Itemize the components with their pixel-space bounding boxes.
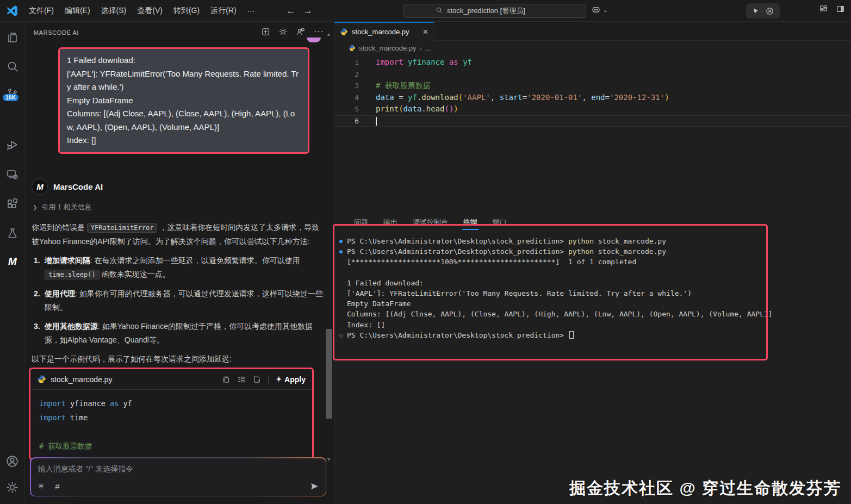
run-debug-icon[interactable] [0, 134, 24, 155]
nav-forward-icon[interactable]: → [303, 5, 313, 16]
chat-input-placeholder: 输入消息或者 "/" 来选择指令 [38, 464, 319, 474]
sidebar-scrollbar[interactable]: ▲ ▼ [324, 22, 334, 504]
output-line: Columns: [(Adj Close, AAPL), (Close, AAP… [67, 107, 301, 134]
list-item: 2.使用代理: 如果你有可用的代理服务器，可以通过代理发送请求，这样可以绕过一些… [34, 287, 325, 314]
panel-tab-2[interactable]: 输出 [376, 213, 405, 232]
menu-item[interactable]: 查看(V) [132, 3, 168, 18]
menu-item[interactable]: 编辑(E) [59, 3, 96, 18]
panel-layout-icon[interactable] [836, 4, 845, 14]
terminal-line: Columns: [(Adj Close, AAPL), (Close, AAP… [334, 309, 851, 319]
panel-tab-3[interactable]: 调试控制台 [405, 213, 456, 232]
nav-back-icon[interactable]: ← [287, 5, 296, 16]
list-item: 1.增加请求间隔: 在每次请求之间添加一些延迟，以避免频繁请求。你可以使用 ti… [34, 254, 325, 282]
chat-output-block: 1 Failed download:['AAPL']: YFRateLimitE… [58, 47, 309, 154]
settings-gear-icon[interactable] [0, 476, 24, 498]
panel-tab-4[interactable]: 终端 [456, 213, 485, 232]
panel-tab-1[interactable]: 问题 [346, 213, 376, 232]
apply-button[interactable]: ✦ Apply [276, 375, 306, 384]
terminal-bullet-icon: ● [339, 246, 343, 257]
scroll-up-icon[interactable]: ▲ [326, 32, 331, 37]
account-icon[interactable] [0, 450, 24, 472]
python-icon [340, 28, 348, 36]
breadcrumb[interactable]: stock_marcode.py › ... [334, 41, 431, 55]
send-icon[interactable] [310, 482, 319, 491]
layout-grid-icon[interactable] [819, 4, 828, 14]
menu-item[interactable]: 运行(R) [205, 3, 241, 18]
remote-explorer-icon[interactable] [0, 164, 24, 185]
scroll-down-icon[interactable]: ▼ [326, 457, 331, 462]
command-center-search[interactable]: stock_prediction [管理员] [403, 4, 586, 18]
output-line: 1 Failed download: [67, 54, 301, 67]
copy-icon[interactable] [222, 375, 230, 383]
code-line[interactable]: 2 [334, 69, 851, 80]
panel-tab-5[interactable]: 端口 [485, 213, 514, 232]
assistant-message: M MarsCode AI ❯ 引用 1 相关信息 你遇到的错误是 YFRate… [32, 178, 325, 364]
code-line[interactable]: 1import yfinance as yf [334, 57, 851, 69]
stop-circle-icon[interactable] [765, 7, 774, 16]
panel-tab-bar: 问题输出调试控制台终端端口 [334, 213, 514, 232]
titlebar-button-group [746, 3, 780, 18]
breadcrumb-separator: › [420, 45, 422, 52]
breadcrumb-more: ... [425, 44, 431, 52]
chat-input[interactable]: 输入消息或者 "/" 来选择指令 ✳ # [31, 458, 326, 496]
source-control-icon[interactable] [0, 83, 24, 104]
menu-item[interactable]: 选择(S) [96, 3, 132, 18]
output-line: Empty DataFrame [67, 94, 301, 108]
reference-row[interactable]: ❯ 引用 1 相关信息 [33, 202, 325, 212]
insert-code-icon[interactable] [237, 375, 246, 384]
editor-tab-bar: stock_marcode.py ✕ [334, 22, 851, 41]
code-line[interactable]: 5print(data.head()) [334, 103, 851, 115]
menu-more[interactable]: ··· [242, 4, 260, 18]
code-line[interactable]: 4data = yf.download('AAPL', start='2020-… [334, 92, 851, 104]
scrollbar-thumb[interactable] [326, 329, 332, 419]
inline-code-chip: YFRateLimitError [87, 223, 158, 233]
code-line[interactable]: 3# 获取股票数据 [334, 80, 851, 92]
terminal-line: Index: [] [334, 320, 851, 330]
editor-code[interactable]: 1import yfinance as yf23# 获取股票数据4data = … [334, 57, 851, 127]
marscode-logo-icon: M [32, 178, 48, 195]
sidebar-more-icon[interactable]: ··· [314, 27, 324, 36]
new-file-icon[interactable] [253, 375, 261, 383]
terminal-output[interactable]: ●PS C:\Users\Administrator\Desktop\stock… [334, 236, 851, 340]
menu-item[interactable]: 文件(F) [23, 3, 59, 18]
screencast-pointer-icon[interactable] [751, 7, 760, 15]
extensions-icon[interactable] [0, 193, 24, 215]
terminal-line: ●PS C:\Users\Administrator\Desktop\stock… [334, 236, 851, 246]
context-hash-icon[interactable]: # [55, 482, 59, 491]
code-card-body: import yfinance as yfimport time # 获取股票数… [30, 390, 312, 458]
marscode-view-icon[interactable]: M [0, 251, 24, 272]
tab-close-icon[interactable]: ✕ [423, 28, 428, 36]
code-line[interactable]: 6 [334, 115, 851, 127]
code-card-line: import time [39, 410, 303, 425]
sparkle-icon: ✦ [276, 375, 282, 383]
text-cursor [376, 117, 377, 126]
feedback-person-icon[interactable] [296, 27, 306, 36]
python-icon [37, 375, 46, 384]
terminal-cursor [569, 331, 574, 339]
menu-bar: 文件(F)编辑(E)选择(S)查看(V)转到(G)运行(R) [23, 3, 242, 18]
terminal-line: ●PS C:\Users\Administrator\Desktop\stock… [334, 246, 851, 257]
editor-group: stock_marcode.py ✕ stock_marcode.py › ..… [334, 22, 851, 504]
list-item: 3.使用其他数据源: 如果Yahoo Finance的限制过于严格，你可以考虑使… [34, 320, 325, 347]
terminal-bullet-icon: ● [339, 236, 343, 246]
chat-settings-gear-icon[interactable] [278, 27, 288, 36]
activity-bar: 10K M [0, 22, 24, 504]
explorer-icon[interactable] [0, 26, 24, 48]
new-chat-icon[interactable] [261, 27, 270, 36]
testing-flask-icon[interactable] [0, 222, 24, 244]
suggestion-list: 1.增加请求间隔: 在每次请求之间添加一些延迟，以避免频繁请求。你可以使用 ti… [34, 254, 325, 347]
terminal-line: ○PS C:\Users\Administrator\Desktop\stock… [334, 330, 851, 340]
terminal-bullet-icon: ○ [339, 330, 343, 340]
terminal-line: 1 Failed download: [334, 278, 851, 288]
terminal-line: [*********************100%**************… [334, 257, 851, 267]
copilot-icon [591, 4, 601, 15]
chat-code-card: stock_marcode.py ✦ Apply [29, 368, 314, 460]
inline-code-chip: time.sleep() [45, 270, 100, 279]
copilot-menu[interactable]: ⌄ [591, 4, 607, 15]
menu-item[interactable]: 转到(G) [168, 3, 205, 18]
terminal-line: Empty DataFrame [334, 298, 851, 309]
search-view-icon[interactable] [0, 55, 24, 77]
tab-label: stock_marcode.py [352, 28, 409, 36]
tab-stock-marcode[interactable]: stock_marcode.py ✕ [334, 22, 434, 41]
commands-icon[interactable]: ✳ [38, 482, 45, 490]
